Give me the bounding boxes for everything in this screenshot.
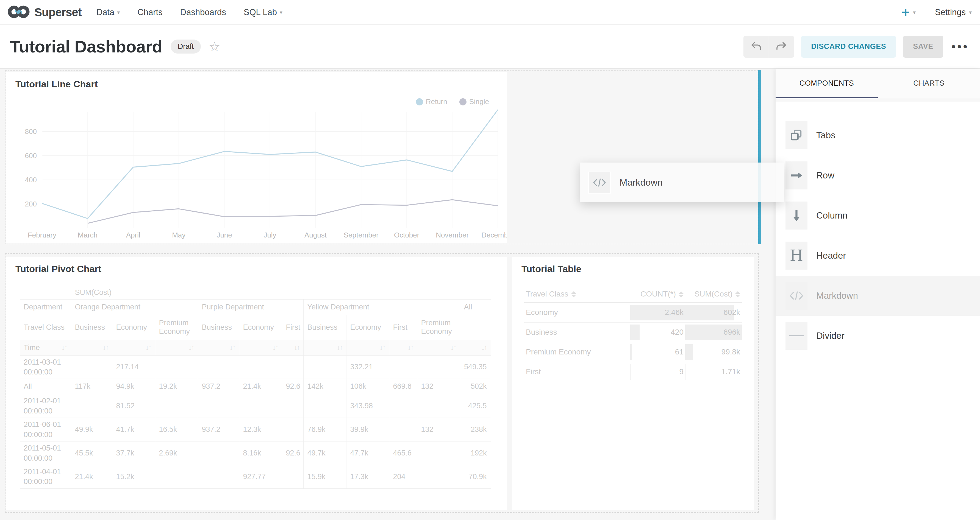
table-header-count[interactable]: COUNT(*) [630,285,685,303]
pivot-sort-cell[interactable]: ↓↑ [155,340,198,355]
pivot-value-cell [155,355,198,379]
sort-arrows-icon[interactable]: ↓↑ [408,344,413,352]
table-cell-count: 2.46k [630,303,685,322]
tab-components[interactable]: COMPONENTS [776,69,878,98]
sidebar-item-tabs[interactable]: Tabs [776,115,980,155]
sidebar-item-markdown[interactable]: Markdown [776,276,980,316]
svg-text:200: 200 [25,200,37,208]
pivot-sort-cell[interactable]: Time↓↑ [20,340,71,355]
pivot-value-cell [198,394,239,418]
top-nav: Superset Data▾ChartsDashboardsSQL Lab▾ +… [0,0,980,25]
table-header-travel-class[interactable]: Travel Class [524,285,630,303]
table-header-sum[interactable]: SUM(Cost) [685,285,742,303]
pivot-value-cell: 332.21 [346,355,389,379]
sort-arrows-icon[interactable]: ↓↑ [103,344,108,352]
pivot-value-cell: 76.9k [303,418,346,441]
superset-logo[interactable]: Superset [7,4,81,21]
sidebar-item-divider[interactable]: Divider [776,316,980,356]
nav-item-label: Dashboards [180,8,226,17]
nav-item-data[interactable]: Data▾ [96,8,120,17]
pivot-value-cell: 70.9k [460,465,491,489]
pivot-sort-cell[interactable]: ↓↑ [417,340,460,355]
nav-item-charts[interactable]: Charts [137,8,162,17]
sidebar-item-header[interactable]: HHeader [776,236,980,276]
pivot-sort-cell[interactable]: ↓↑ [71,340,112,355]
favorite-star-icon[interactable]: ☆ [208,40,220,53]
pivot-department-label: Department [20,299,71,315]
brand-name: Superset [34,6,81,19]
svg-text:May: May [172,231,185,239]
pivot-value-cell: 425.5 [460,394,491,418]
nav-right: + ▾ Settings ▾ [902,5,972,19]
svg-text:November: November [436,231,469,239]
undo-button[interactable] [743,36,769,58]
pivot-row-time: 2011-02-01 00:00:00 [20,394,71,418]
sort-arrows-icon[interactable]: ↓↑ [481,344,487,352]
value-bar [685,364,686,380]
table-row: First91.71k [524,362,742,382]
nav-item-dashboards[interactable]: Dashboards [180,8,226,17]
table-cell-sum: 696k [685,322,742,342]
tab-charts[interactable]: CHARTS [878,69,980,98]
sort-arrows-icon[interactable]: ↓↑ [380,344,385,352]
svg-text:August: August [304,231,327,239]
table-cell-travel-class: Economy [524,303,630,322]
table-cell-sum: 1.71k [685,362,742,382]
pivot-value-cell: 12.3k [239,418,282,441]
table-header-label: COUNT(*) [640,290,676,298]
pivot-column-header: First [389,315,417,340]
sort-carets-icon[interactable] [679,291,684,297]
pivot-value-cell: 192k [460,441,491,465]
sidebar-tabs: COMPONENTS CHARTS [776,69,980,98]
sort-arrows-icon[interactable]: ↓↑ [62,344,67,352]
redo-icon [775,41,788,53]
sort-arrows-icon[interactable]: ↓↑ [230,344,235,352]
arrow-right-icon [786,162,807,189]
sort-carets-icon[interactable] [735,291,740,297]
table-row: Business420696k [524,322,742,342]
pivot-sort-cell[interactable]: ↓↑ [239,340,282,355]
sort-arrows-icon[interactable]: ↓↑ [272,344,278,352]
redo-button[interactable] [769,36,794,58]
sort-arrows-icon[interactable]: ↓↑ [294,344,299,352]
pivot-value-cell: 217.14 [112,355,155,379]
pivot-sort-cell[interactable]: ↓↑ [389,340,417,355]
svg-text:July: July [264,231,276,239]
pivot-sort-cell[interactable]: ↓↑ [460,340,491,355]
pivot-group-header: Orange Department [71,299,198,315]
pivot-sort-cell[interactable]: ↓↑ [112,340,155,355]
new-item-button[interactable]: + ▾ [902,5,916,19]
line-chart: 200400600800FebruaryMarchAprilMayJuneJul… [6,72,507,243]
pivot-sort-cell[interactable]: ↓↑ [282,340,303,355]
table-chart-card[interactable]: Tutorial Table Travel ClassCOUNT(*)SUM(C… [512,257,754,510]
dashboard-title[interactable]: Tutorial Dashboard [10,37,162,56]
line-chart-card[interactable]: Tutorial Line Chart ReturnSingle 2004006… [6,72,507,243]
svg-text:February: February [28,231,56,239]
pivot-sort-cell[interactable]: ↓↑ [303,340,346,355]
sort-arrows-icon[interactable]: ↓↑ [146,344,151,352]
pivot-value-cell: 142k [303,379,346,394]
sort-arrows-icon[interactable]: ↓↑ [337,344,342,352]
grid-row-top: Tutorial Line Chart ReturnSingle 2004006… [5,70,758,244]
nav-item-sql-lab[interactable]: SQL Lab▾ [244,8,282,17]
chevron-down-icon: ▾ [913,10,916,15]
sidebar-item-column[interactable]: Column [776,195,980,236]
pivot-value-cell: 343.98 [346,394,389,418]
sidebar-divider [776,98,980,101]
pivot-empty-header [460,315,491,340]
sort-arrows-icon[interactable]: ↓↑ [188,344,194,352]
sort-arrows-icon[interactable]: ↓↑ [450,344,456,352]
discard-changes-button[interactable]: DISCARD CHANGES [801,36,896,58]
settings-menu[interactable]: Settings ▾ [935,8,972,17]
more-menu-icon[interactable]: ••• [951,40,969,54]
sidebar-item-row[interactable]: Row [776,155,980,195]
save-button[interactable]: SAVE [903,36,943,58]
svg-text:400: 400 [25,176,37,184]
pivot-chart-card[interactable]: Tutorial Pivot Chart SUM(Cost)Department… [6,257,507,510]
drag-preview-markdown[interactable]: Markdown [580,163,784,202]
pivot-sort-cell[interactable]: ↓↑ [346,340,389,355]
svg-text:March: March [78,231,97,239]
sort-carets-icon[interactable] [571,291,576,297]
pivot-sort-cell[interactable]: ↓↑ [198,340,239,355]
pivot-column-header: Economy [346,315,389,340]
